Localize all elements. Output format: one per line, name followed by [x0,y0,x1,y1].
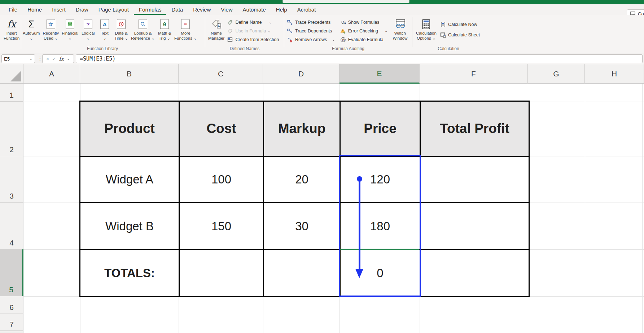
evaluate-formula-button[interactable]: fx Evaluate Formula [340,35,388,44]
row-header-7[interactable]: 7 [0,314,23,331]
show-formulas-icon: fx [340,19,346,25]
theta-icon: θ [160,19,169,29]
calculation-options-button[interactable]: Calculation Options ⌄ [415,17,438,41]
define-name-button[interactable]: Define Name ⌄ [227,18,279,26]
fx-dropdown-icon[interactable]: ⌄ [67,57,70,61]
math-trig-button[interactable]: θ Math & Trig ⌄ [156,17,173,41]
title-bar [0,0,644,4]
name-manager-button[interactable]: Name Manager [207,17,226,41]
column-header-f[interactable]: F [420,64,528,84]
tab-home[interactable]: Home [22,4,47,15]
remove-arrows-button[interactable]: Remove Arrows ⌄ [287,35,335,44]
cell-F3[interactable] [420,156,529,203]
tab-formulas[interactable]: Formulas [134,4,167,15]
tab-draw[interactable]: Draw [71,4,93,15]
sigma-icon: Σ [28,18,34,30]
cell-E2[interactable]: Price [340,101,420,156]
trace-precedents-range-box [339,155,421,297]
cell-D2[interactable]: Markup [264,101,340,156]
recently-used-button[interactable]: ☆ Recently Used ⌄ [41,17,60,41]
row-header-6[interactable]: 6 [0,296,23,314]
row-header-3[interactable]: 3 [0,156,23,203]
remove-arrows-dropdown[interactable]: ⌄ [332,38,335,41]
cell-F4[interactable] [420,203,529,250]
show-formulas-button[interactable]: fx Show Formulas [340,18,388,26]
column-header-e-selected[interactable]: E [339,64,420,84]
lookup-reference-button[interactable]: Lookup & Reference ⌄ [130,17,156,41]
tab-data[interactable]: Data [166,4,188,15]
tab-insert[interactable]: Insert [47,4,71,15]
error-checking-button[interactable]: Error Checking ⌄ [340,27,388,35]
more-functions-button[interactable]: ••• More Functions ⌄ [173,17,198,41]
cancel-icon[interactable]: × [46,56,49,62]
enter-icon[interactable]: ✓ [52,56,56,62]
tab-automate[interactable]: Automate [238,4,271,15]
fx-icon: fx [7,18,16,30]
row-header-1[interactable]: 1 [0,84,23,102]
tab-help[interactable]: Help [271,4,292,15]
column-header-d[interactable]: D [263,64,339,84]
gridline [23,331,644,331]
logical-button[interactable]: ? Logical ⌄ [80,17,96,41]
calculate-sheet-button[interactable]: Calculate Sheet [440,31,480,39]
cell-C2[interactable]: Cost [179,101,264,156]
group-label-defined-names: Defined Names [205,46,284,51]
trace-precedents-button[interactable]: Trace Precedents [287,18,335,26]
tab-acrobat[interactable]: Acrobat [292,4,321,15]
tab-file[interactable]: File [4,4,22,15]
remove-arrows-icon [287,37,293,43]
column-header-c[interactable]: C [179,64,263,84]
column-header-g[interactable]: G [528,64,585,84]
tag-icon [227,19,233,25]
cell-C4[interactable]: 150 [179,203,264,250]
clock-icon [117,19,126,29]
column-header-b[interactable]: B [80,64,179,84]
select-all-corner[interactable] [0,64,23,84]
ribbon-tab-bar: File Home Insert Draw Page Layout Formul… [0,4,644,15]
cell-B4[interactable]: Widget B [80,203,179,250]
cell-F5[interactable] [420,250,529,297]
tab-page-layout[interactable]: Page Layout [93,4,134,15]
formula-bar-handle-icon[interactable]: ⋮ [38,56,43,61]
date-time-button[interactable]: Date & Time ⌄ [113,17,130,41]
cell-D5[interactable] [264,250,340,297]
text-button[interactable]: A Text ⌄ [96,17,113,41]
cell-B5[interactable]: TOTALS: [80,250,179,297]
autosum-button[interactable]: Σ AutoSum ⌄ [21,17,41,41]
column-header-h[interactable]: H [585,64,644,84]
cell-D4[interactable]: 30 [264,203,340,250]
group-calculation: Calculation Options ⌄ Calculate Now [412,15,485,53]
row-header-2[interactable]: 2 [0,102,23,156]
name-box-dropdown-icon[interactable]: ⌄ [30,57,32,61]
insert-function-fx-icon[interactable]: fx [59,56,64,62]
column-header-a[interactable]: A [23,64,80,84]
define-name-dropdown[interactable]: ⌄ [269,21,272,24]
cell-B2[interactable]: Product [80,101,179,156]
financial-button[interactable]: Financial ⌄ [60,17,80,41]
row-header-5-selected[interactable]: 5 [0,249,23,296]
cell-D3[interactable]: 20 [264,156,340,203]
insert-function-button[interactable]: fx Insert Function [2,17,21,41]
create-from-selection-button[interactable]: Create from Selection [227,35,279,44]
row-header-4[interactable]: 4 [0,203,23,249]
calculate-now-icon [440,22,446,27]
trace-arrow-head [355,269,363,278]
trace-dependents-button[interactable]: Trace Dependents [287,27,335,35]
cell-C3[interactable]: 100 [179,156,264,203]
gridline [585,84,585,333]
error-checking-dropdown[interactable]: ⌄ [385,29,387,33]
trace-dependents-icon [287,28,293,34]
svg-text:fx: fx [342,38,345,41]
cell-B3[interactable]: Widget A [80,156,179,203]
search-box[interactable] [282,0,409,3]
calculate-now-button[interactable]: Calculate Now [440,20,480,28]
watch-window-button[interactable]: Watch Window [391,17,409,41]
tab-review[interactable]: Review [188,4,216,15]
financial-coins-icon [66,19,74,29]
name-box[interactable]: E5 ⌄ [1,54,35,63]
tab-view[interactable]: View [216,4,237,15]
formula-input[interactable]: =SUM(E3:E5) [76,54,643,63]
formula-bar: E5 ⌄ ⋮ × ✓ fx ⌄ =SUM(E3:E5) [0,53,644,64]
cell-F2[interactable]: Total Profit [420,101,529,156]
cell-C5[interactable] [179,250,264,297]
